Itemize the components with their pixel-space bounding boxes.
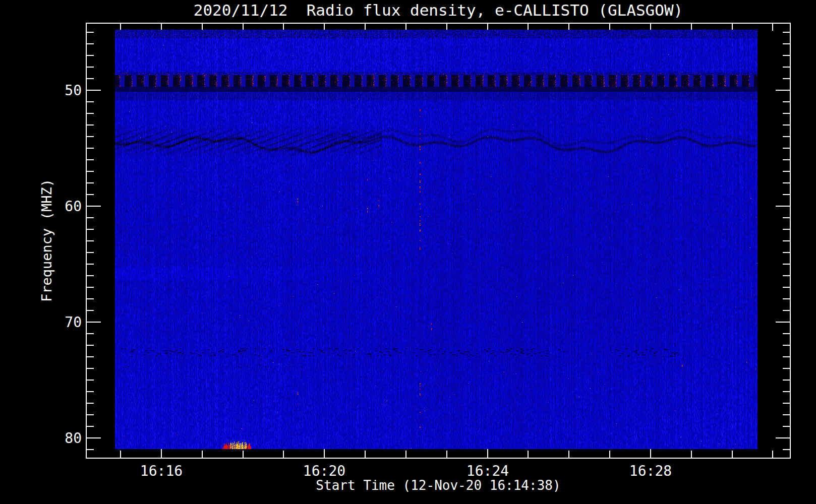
y-tick-label: 60 [26, 198, 82, 215]
y-tick-label: 50 [26, 82, 82, 99]
x-axis-tick [772, 24, 773, 31]
y-axis-tick [87, 124, 94, 125]
spectrogram-image [115, 30, 757, 449]
y-axis-tick [776, 206, 790, 207]
y-axis-tick [783, 380, 790, 381]
y-tick-label: 80 [26, 430, 82, 447]
y-axis-tick [776, 437, 790, 438]
y-axis-tick [783, 252, 790, 253]
y-axis-tick [87, 275, 94, 276]
y-axis-tick [783, 403, 790, 404]
y-axis-tick [87, 287, 94, 288]
y-axis-tick [783, 67, 790, 68]
y-axis-tick [87, 322, 101, 323]
y-axis-tick [87, 437, 101, 438]
y-axis-tick [87, 356, 94, 357]
spectrogram-page: 2020/11/12 Radio flux density, e-CALLIST… [0, 0, 816, 504]
y-axis-tick [783, 55, 790, 56]
y-axis-tick [87, 90, 101, 91]
y-axis-tick [87, 229, 94, 230]
x-tick-label: 16:28 [615, 463, 686, 479]
y-tick-label: 70 [26, 314, 82, 331]
x-tick-label: 16:24 [452, 463, 523, 479]
y-axis-tick [783, 171, 790, 172]
y-axis-tick [87, 171, 94, 172]
y-axis-tick [783, 368, 790, 369]
y-axis-tick [783, 229, 790, 230]
y-axis-tick [87, 113, 94, 114]
y-axis-tick [783, 43, 790, 44]
y-axis-tick [783, 124, 790, 125]
x-axis-tick [243, 451, 244, 458]
y-axis-tick [87, 182, 94, 183]
y-axis-tick [87, 55, 94, 56]
x-axis-tick [365, 451, 366, 458]
y-axis-tick [783, 32, 790, 33]
y-axis-title: Frequency (MHZ) [39, 179, 54, 302]
x-axis-tick [609, 451, 610, 458]
x-axis-tick [283, 451, 284, 458]
y-axis-tick [783, 264, 790, 265]
y-axis-tick [87, 206, 101, 207]
x-axis-tick [528, 451, 529, 458]
y-axis-tick [87, 217, 94, 218]
x-tick-label: 16:16 [126, 463, 197, 479]
y-axis-tick [87, 310, 94, 311]
y-axis-tick [783, 136, 790, 137]
y-axis-tick [87, 148, 94, 149]
y-axis-tick [783, 391, 790, 392]
y-axis-tick [87, 67, 94, 68]
y-axis-tick [783, 240, 790, 241]
y-axis-tick [87, 264, 94, 265]
x-axis-tick [120, 451, 121, 458]
y-axis-tick [776, 322, 790, 323]
chart-title: 2020/11/12 Radio flux density, e-CALLIST… [86, 1, 791, 19]
y-axis-tick [783, 426, 790, 427]
y-axis-tick [87, 426, 94, 427]
y-axis-tick [87, 403, 94, 404]
y-axis-tick [87, 252, 94, 253]
y-axis-tick [87, 414, 94, 415]
y-axis-tick [783, 414, 790, 415]
y-axis-tick [87, 380, 94, 381]
y-axis-tick [783, 78, 790, 79]
y-axis-tick [87, 298, 94, 299]
y-axis-tick [87, 449, 94, 450]
y-axis-tick [87, 101, 94, 102]
y-axis-tick [783, 182, 790, 183]
y-axis-tick [783, 356, 790, 357]
y-axis-tick [783, 449, 790, 450]
y-axis-tick [783, 148, 790, 149]
x-axis-tick [732, 451, 733, 458]
y-axis-tick [783, 101, 790, 102]
y-axis-tick [783, 275, 790, 276]
x-axis-tick [772, 451, 773, 458]
x-axis-tick [405, 451, 406, 458]
y-axis-tick [87, 240, 94, 241]
y-axis-tick [87, 368, 94, 369]
y-axis-tick [87, 136, 94, 137]
x-axis-tick [202, 451, 203, 458]
x-axis-tick [691, 451, 692, 458]
y-axis-tick [87, 194, 94, 195]
y-axis-tick [87, 159, 94, 160]
y-axis-tick [87, 43, 94, 44]
y-axis-tick [783, 298, 790, 299]
y-axis-tick [87, 32, 94, 33]
y-axis-tick [783, 345, 790, 346]
y-axis-tick [783, 310, 790, 311]
y-axis-tick [776, 90, 790, 91]
y-axis-tick [783, 194, 790, 195]
x-axis-tick [446, 451, 447, 458]
y-axis-tick [87, 333, 94, 334]
y-axis-tick [783, 217, 790, 218]
y-axis-tick [87, 391, 94, 392]
y-axis-tick [783, 113, 790, 114]
x-tick-label: 16:20 [289, 463, 360, 479]
x-axis-title: Start Time (12-Nov-20 16:14:38) [86, 478, 791, 493]
y-axis-tick [783, 159, 790, 160]
y-axis-tick [783, 333, 790, 334]
x-axis-tick [568, 451, 569, 458]
y-axis-tick [783, 287, 790, 288]
y-axis-tick [87, 345, 94, 346]
